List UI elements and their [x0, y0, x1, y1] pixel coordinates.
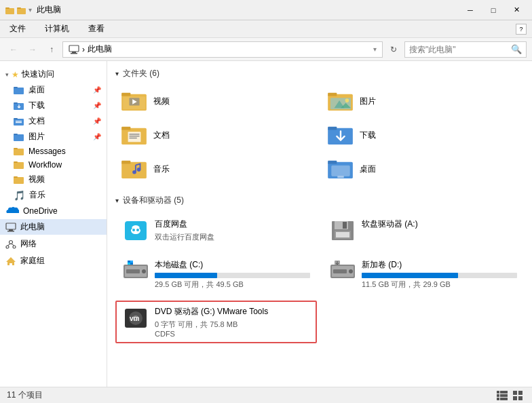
search-input[interactable] [409, 45, 508, 54]
svg-rect-49 [328, 127, 337, 130]
menu-view[interactable]: 查看 [84, 22, 109, 36]
onedrive-label: OneDrive [23, 206, 58, 216]
sidebar-item-workflow[interactable]: Workflow [0, 158, 107, 172]
d-drive-name: 新加卷 (D:) [362, 259, 517, 271]
refresh-button[interactable]: ↻ [385, 41, 402, 58]
menu-file[interactable]: 文件 [5, 22, 30, 36]
up-button[interactable]: ↑ [43, 41, 60, 58]
svg-rect-91 [513, 391, 517, 395]
svg-rect-55 [328, 161, 337, 164]
back-button[interactable]: ← [5, 41, 22, 58]
downloads-folder-icon [14, 101, 24, 111]
sidebar-documents-label: 文档 [28, 115, 45, 127]
svg-point-68 [142, 269, 146, 273]
title-arrow: ▾ [28, 6, 32, 14]
sidebar-item-thispc[interactable]: 此电脑 [0, 219, 107, 235]
g-drive-name: DVD 驱动器 (G:) VMware Tools [155, 306, 310, 318]
sidebar-item-music[interactable]: 🎵 音乐 [0, 187, 107, 203]
svg-rect-57 [337, 176, 343, 178]
menu-computer[interactable]: 计算机 [41, 22, 73, 36]
svg-rect-5 [72, 52, 76, 53]
drive-item-d[interactable]: 新加卷 (D:) 11.5 GB 可用，共 29.9 GB [322, 254, 524, 295]
close-button[interactable]: ✕ [506, 3, 527, 17]
drive-item-g[interactable]: vm DVD 驱动器 (G:) VMware Tools 0 字节 可用，共 7… [115, 301, 317, 343]
folders-arrow: ▾ [115, 70, 119, 77]
desktop-folder-icon [14, 85, 24, 95]
breadcrumb[interactable]: › 此电脑 ▾ [62, 41, 383, 58]
folder-item-music[interactable]: 音乐 [115, 154, 318, 184]
svg-rect-88 [500, 391, 508, 394]
sidebar-desktop-label: 桌面 [28, 84, 45, 96]
network-label: 网络 [20, 238, 37, 250]
title-text: 此电脑 [37, 4, 61, 16]
svg-point-27 [6, 246, 9, 248]
documents-folder-icon-large [121, 124, 148, 146]
quick-access-section: ▾ ★ 快速访问 桌面 📌 下载 � [0, 66, 107, 203]
svg-rect-50 [121, 162, 147, 178]
svg-rect-16 [14, 134, 18, 135]
d-drive-bar-bg [362, 273, 517, 278]
maximize-button[interactable]: □ [483, 3, 504, 17]
sidebar-item-onedrive[interactable]: OneDrive [0, 204, 107, 218]
folder-item-pictures[interactable]: 图片 [322, 86, 524, 116]
baidu-name: 百度网盘 [155, 218, 310, 230]
video-folder-label: 视频 [153, 96, 170, 107]
svg-rect-8 [14, 87, 18, 88]
pictures-folder-icon [14, 132, 24, 142]
search-icon: 🔍 [511, 44, 522, 54]
sidebar-music-label: 音乐 [29, 189, 45, 201]
quick-access-header[interactable]: ▾ ★ 快速访问 [0, 66, 107, 82]
svg-rect-92 [518, 391, 522, 395]
title-bar-left: ▾ 此电脑 [5, 4, 61, 16]
svg-line-29 [7, 244, 11, 246]
svg-point-77 [349, 269, 353, 273]
drive-item-floppy[interactable]: 软盘驱动器 (A:) [322, 213, 524, 248]
sidebar-item-pictures[interactable]: 图片 📌 [0, 129, 107, 145]
sidebar-item-downloads[interactable]: 下载 📌 [0, 98, 107, 113]
sidebar-messages-label: Messages [28, 147, 66, 156]
drive-item-c[interactable]: 本地磁盘 (C:) 29.5 GB 可用，共 49.5 GB [115, 254, 317, 295]
folder-item-documents[interactable]: 文档 [115, 120, 318, 150]
svg-rect-24 [9, 229, 13, 231]
folder-grid: 视频 图片 [115, 86, 524, 184]
sidebar: ▾ ★ 快速访问 桌面 📌 下载 � [0, 61, 107, 387]
folder-item-downloads[interactable]: 下载 [322, 120, 524, 150]
drives-title-label: 设备和驱动器 (5) [123, 195, 184, 206]
svg-rect-56 [332, 166, 349, 176]
svg-rect-14 [16, 122, 22, 123]
drives-section-title: ▾ 设备和驱动器 (5) [115, 195, 524, 206]
network-section: 网络 [0, 236, 107, 252]
hdd-c-icon [122, 259, 149, 284]
svg-rect-25 [7, 231, 14, 232]
svg-rect-37 [328, 93, 337, 96]
svg-rect-51 [121, 161, 130, 164]
music-icon: 🎵 [14, 190, 25, 201]
sidebar-item-messages[interactable]: Messages [0, 145, 107, 158]
sidebar-item-homegroup[interactable]: 家庭组 [0, 253, 107, 269]
sidebar-item-videos[interactable]: 视频 [0, 172, 107, 187]
minimize-button[interactable]: ─ [460, 3, 480, 17]
svg-rect-1 [5, 7, 10, 9]
svg-point-28 [13, 246, 16, 248]
sidebar-item-network[interactable]: 网络 [0, 236, 107, 252]
help-icon[interactable]: ? [516, 24, 527, 35]
content-area: ▾ 文件夹 (6) 视频 [107, 61, 532, 387]
sidebar-item-documents[interactable]: 文档 📌 [0, 113, 107, 129]
floppy-info: 软盘驱动器 (A:) [362, 218, 517, 232]
svg-rect-63 [343, 222, 347, 229]
sidebar-item-desktop[interactable]: 桌面 📌 [0, 82, 107, 98]
forward-button[interactable]: → [24, 41, 41, 58]
drive-item-baidu[interactable]: 百度网盘 双击运行百度网盘 [115, 213, 317, 248]
breadcrumb-dropdown[interactable]: ▾ [373, 45, 377, 53]
svg-rect-73 [128, 263, 130, 265]
folder-item-video[interactable]: 视频 [115, 86, 318, 116]
svg-rect-44 [128, 132, 141, 142]
svg-rect-72 [130, 261, 133, 263]
svg-point-52 [132, 170, 136, 174]
grid-view-button[interactable] [512, 389, 525, 402]
home-icon [5, 256, 16, 266]
onedrive-section: OneDrive [0, 204, 107, 218]
videos-folder-icon [14, 175, 24, 185]
list-view-button[interactable] [495, 389, 509, 402]
folder-item-desktop[interactable]: 桌面 [322, 154, 524, 184]
